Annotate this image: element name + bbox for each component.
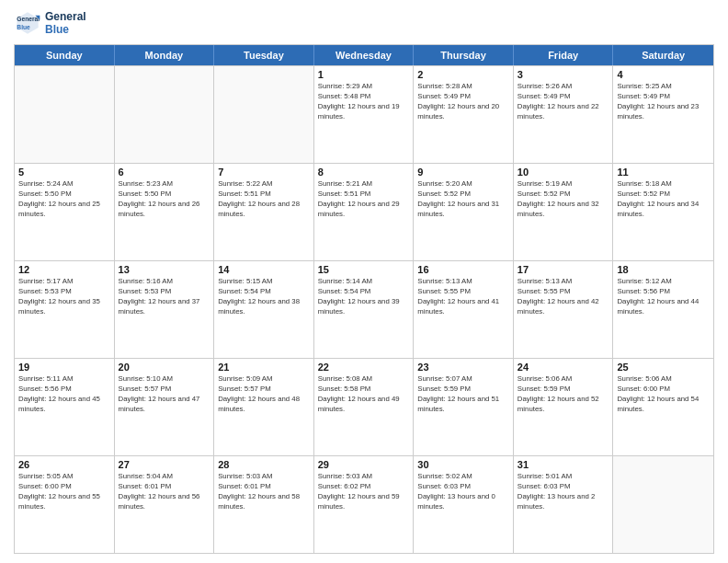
day-info: Sunrise: 5:05 AMSunset: 6:00 PMDaylight:… — [18, 472, 110, 512]
day-number: 4 — [617, 69, 710, 80]
day-number: 23 — [417, 362, 509, 373]
day-number: 12 — [18, 264, 110, 275]
day-info: Sunrise: 5:21 AMSunset: 5:51 PMDaylight:… — [318, 179, 410, 220]
calendar-row-4: 26Sunrise: 5:05 AMSunset: 6:00 PMDayligh… — [15, 455, 713, 553]
day-cell-11: 11Sunrise: 5:18 AMSunset: 5:52 PMDayligh… — [613, 164, 713, 260]
day-cell-23: 23Sunrise: 5:07 AMSunset: 5:59 PMDayligh… — [414, 359, 514, 455]
day-info: Sunrise: 5:20 AMSunset: 5:52 PMDaylight:… — [417, 179, 509, 220]
day-cell-16: 16Sunrise: 5:13 AMSunset: 5:55 PMDayligh… — [414, 261, 514, 358]
day-cell-3: 3Sunrise: 5:26 AMSunset: 5:49 PMDaylight… — [514, 66, 614, 163]
day-info: Sunrise: 5:13 AMSunset: 5:55 PMDaylight:… — [518, 277, 609, 317]
day-info: Sunrise: 5:28 AMSunset: 5:49 PMDaylight:… — [417, 82, 509, 122]
day-number: 20 — [119, 362, 210, 373]
day-cell-2: 2Sunrise: 5:28 AMSunset: 5:49 PMDaylight… — [414, 66, 514, 163]
day-cell-6: 6Sunrise: 5:23 AMSunset: 5:50 PMDaylight… — [115, 164, 215, 260]
day-info: Sunrise: 5:11 AMSunset: 5:56 PMDaylight:… — [18, 374, 110, 415]
day-cell-1: 1Sunrise: 5:29 AMSunset: 5:48 PMDaylight… — [314, 66, 415, 163]
empty-cell — [214, 66, 314, 163]
header: General Blue General Blue — [14, 9, 714, 37]
day-cell-8: 8Sunrise: 5:21 AMSunset: 5:51 PMDaylight… — [314, 164, 415, 260]
day-info: Sunrise: 5:23 AMSunset: 5:50 PMDaylight:… — [119, 179, 210, 220]
day-number: 7 — [218, 167, 310, 178]
svg-text:General: General — [17, 16, 40, 22]
day-number: 15 — [318, 264, 410, 275]
logo-icon: General Blue — [14, 9, 41, 37]
day-number: 21 — [218, 362, 310, 373]
calendar-header: SundayMondayTuesdayWednesdayThursdayFrid… — [15, 45, 713, 65]
day-number: 5 — [18, 167, 110, 178]
day-cell-18: 18Sunrise: 5:12 AMSunset: 5:56 PMDayligh… — [613, 261, 713, 358]
day-info: Sunrise: 5:04 AMSunset: 6:01 PMDaylight:… — [119, 472, 210, 512]
empty-cell — [15, 66, 115, 163]
day-cell-29: 29Sunrise: 5:03 AMSunset: 6:02 PMDayligh… — [314, 456, 415, 553]
day-number: 19 — [18, 362, 110, 373]
day-info: Sunrise: 5:07 AMSunset: 5:59 PMDaylight:… — [417, 374, 509, 415]
day-info: Sunrise: 5:14 AMSunset: 5:54 PMDaylight:… — [318, 277, 410, 317]
day-cell-27: 27Sunrise: 5:04 AMSunset: 6:01 PMDayligh… — [115, 456, 215, 553]
calendar-row-0: 1Sunrise: 5:29 AMSunset: 5:48 PMDaylight… — [15, 65, 713, 163]
weekday-header-wednesday: Wednesday — [314, 45, 415, 65]
day-cell-7: 7Sunrise: 5:22 AMSunset: 5:51 PMDaylight… — [214, 164, 314, 260]
day-number: 18 — [617, 264, 710, 275]
weekday-header-sunday: Sunday — [15, 45, 115, 65]
day-info: Sunrise: 5:06 AMSunset: 5:59 PMDaylight:… — [518, 374, 609, 415]
day-info: Sunrise: 5:06 AMSunset: 6:00 PMDaylight:… — [617, 374, 710, 415]
day-info: Sunrise: 5:25 AMSunset: 5:49 PMDaylight:… — [617, 82, 710, 122]
day-info: Sunrise: 5:18 AMSunset: 5:52 PMDaylight:… — [617, 179, 710, 220]
day-number: 31 — [518, 459, 609, 470]
day-cell-22: 22Sunrise: 5:08 AMSunset: 5:58 PMDayligh… — [314, 359, 415, 455]
day-cell-30: 30Sunrise: 5:02 AMSunset: 6:03 PMDayligh… — [414, 456, 514, 553]
day-cell-13: 13Sunrise: 5:16 AMSunset: 5:53 PMDayligh… — [115, 261, 215, 358]
day-number: 26 — [18, 459, 110, 470]
day-cell-12: 12Sunrise: 5:17 AMSunset: 5:53 PMDayligh… — [15, 261, 115, 358]
day-number: 11 — [617, 167, 710, 178]
day-cell-21: 21Sunrise: 5:09 AMSunset: 5:57 PMDayligh… — [214, 359, 314, 455]
day-cell-14: 14Sunrise: 5:15 AMSunset: 5:54 PMDayligh… — [214, 261, 314, 358]
day-info: Sunrise: 5:22 AMSunset: 5:51 PMDaylight:… — [218, 179, 310, 220]
weekday-header-monday: Monday — [115, 45, 215, 65]
calendar-body: 1Sunrise: 5:29 AMSunset: 5:48 PMDaylight… — [15, 65, 713, 553]
page: General Blue General Blue SundayMondayTu… — [0, 0, 728, 563]
day-info: Sunrise: 5:29 AMSunset: 5:48 PMDaylight:… — [318, 82, 410, 122]
day-number: 29 — [318, 459, 410, 470]
day-cell-28: 28Sunrise: 5:03 AMSunset: 6:01 PMDayligh… — [214, 456, 314, 553]
weekday-header-saturday: Saturday — [613, 45, 713, 65]
day-number: 9 — [417, 167, 509, 178]
day-info: Sunrise: 5:03 AMSunset: 6:01 PMDaylight:… — [218, 472, 310, 512]
day-info: Sunrise: 5:15 AMSunset: 5:54 PMDaylight:… — [218, 277, 310, 317]
day-number: 24 — [518, 362, 609, 373]
day-cell-24: 24Sunrise: 5:06 AMSunset: 5:59 PMDayligh… — [514, 359, 614, 455]
calendar: SundayMondayTuesdayWednesdayThursdayFrid… — [14, 44, 714, 554]
calendar-row-1: 5Sunrise: 5:24 AMSunset: 5:50 PMDaylight… — [15, 163, 713, 260]
day-cell-31: 31Sunrise: 5:01 AMSunset: 6:03 PMDayligh… — [514, 456, 614, 553]
day-number: 28 — [218, 459, 310, 470]
day-info: Sunrise: 5:26 AMSunset: 5:49 PMDaylight:… — [518, 82, 609, 122]
day-info: Sunrise: 5:24 AMSunset: 5:50 PMDaylight:… — [18, 179, 110, 220]
day-number: 25 — [617, 362, 710, 373]
calendar-row-2: 12Sunrise: 5:17 AMSunset: 5:53 PMDayligh… — [15, 260, 713, 358]
day-info: Sunrise: 5:08 AMSunset: 5:58 PMDaylight:… — [318, 374, 410, 415]
day-cell-9: 9Sunrise: 5:20 AMSunset: 5:52 PMDaylight… — [414, 164, 514, 260]
day-cell-19: 19Sunrise: 5:11 AMSunset: 5:56 PMDayligh… — [15, 359, 115, 455]
day-info: Sunrise: 5:12 AMSunset: 5:56 PMDaylight:… — [617, 277, 710, 317]
day-number: 13 — [119, 264, 210, 275]
day-cell-26: 26Sunrise: 5:05 AMSunset: 6:00 PMDayligh… — [15, 456, 115, 553]
weekday-header-friday: Friday — [514, 45, 614, 65]
day-number: 27 — [119, 459, 210, 470]
empty-cell — [115, 66, 215, 163]
logo: General Blue General Blue — [14, 9, 86, 37]
day-number: 14 — [218, 264, 310, 275]
logo-text: General Blue — [45, 10, 86, 36]
day-info: Sunrise: 5:09 AMSunset: 5:57 PMDaylight:… — [218, 374, 310, 415]
day-cell-25: 25Sunrise: 5:06 AMSunset: 6:00 PMDayligh… — [613, 359, 713, 455]
day-number: 1 — [318, 69, 410, 80]
day-number: 22 — [318, 362, 410, 373]
day-number: 2 — [417, 69, 509, 80]
day-cell-17: 17Sunrise: 5:13 AMSunset: 5:55 PMDayligh… — [514, 261, 614, 358]
day-info: Sunrise: 5:17 AMSunset: 5:53 PMDaylight:… — [18, 277, 110, 317]
day-number: 17 — [518, 264, 609, 275]
weekday-header-tuesday: Tuesday — [214, 45, 314, 65]
day-number: 30 — [417, 459, 509, 470]
empty-cell — [613, 456, 713, 553]
day-info: Sunrise: 5:13 AMSunset: 5:55 PMDaylight:… — [417, 277, 509, 317]
